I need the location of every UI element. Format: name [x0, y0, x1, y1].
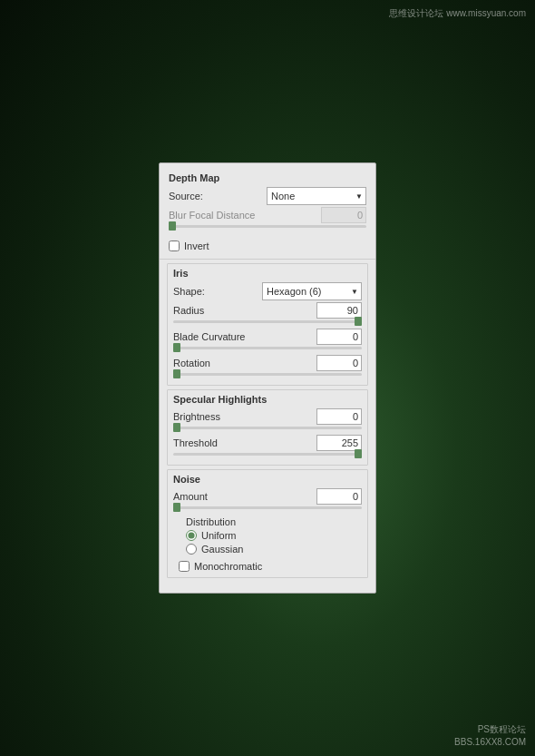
blur-focal-row: Blur Focal Distance [169, 207, 366, 223]
watermark-bottom: PS数程论坛 BBS.16XX8.COM [454, 723, 526, 749]
depth-map-section: Depth Map Source: None Layer Mask Transp… [160, 171, 375, 237]
gaussian-radio[interactable] [186, 544, 197, 555]
noise-section: Noise Amount Distribution Uniform Gaussi… [167, 469, 368, 578]
invert-row: Invert [160, 237, 375, 255]
threshold-slider-thumb[interactable] [355, 449, 362, 458]
noise-title: Noise [173, 474, 362, 485]
blade-curvature-slider-track [173, 347, 362, 349]
brightness-input[interactable] [316, 408, 362, 425]
amount-row: Amount [173, 488, 362, 505]
brightness-row: Brightness [173, 408, 362, 425]
threshold-slider-track [173, 453, 362, 456]
monochromatic-label: Monochromatic [194, 561, 262, 572]
blur-focal-input[interactable] [321, 207, 366, 223]
uniform-row: Uniform [186, 530, 349, 541]
iris-title: Iris [173, 268, 362, 279]
blade-curvature-slider-thumb[interactable] [173, 343, 180, 352]
watermark-top: 思维设计论坛 www.missyuan.com [389, 7, 526, 20]
shape-select-wrapper[interactable]: Triangle (3) Square (4) Pentagon (5) Hex… [262, 282, 362, 300]
rotation-slider-track [173, 373, 362, 376]
rotation-label: Rotation [173, 358, 210, 368]
rotation-slider-thumb[interactable] [173, 369, 180, 378]
invert-checkbox[interactable] [169, 241, 180, 251]
blade-curvature-input[interactable] [316, 329, 362, 345]
monochromatic-checkbox[interactable] [179, 561, 190, 572]
invert-label: Invert [184, 241, 209, 251]
gaussian-label: Gaussian [201, 544, 243, 555]
iris-section: Iris Shape: Triangle (3) Square (4) Pent… [167, 263, 368, 386]
amount-slider-track [173, 506, 362, 509]
blade-curvature-label: Blade Curvature [173, 331, 246, 342]
source-select[interactable]: None Layer Mask Transparency [267, 187, 366, 205]
source-row: Source: None Layer Mask Transparency [169, 187, 366, 205]
blur-focal-label: Blur Focal Distance [169, 210, 255, 221]
divider-1 [160, 259, 375, 260]
depth-map-title: Depth Map [169, 172, 366, 183]
rotation-input[interactable] [316, 355, 362, 371]
brightness-slider-track [173, 427, 362, 429]
rotation-row: Rotation [173, 355, 362, 371]
brightness-slider-thumb[interactable] [173, 423, 180, 432]
radius-row: Radius [173, 302, 362, 319]
watermark-bottom-line2: BBS.16XX8.COM [454, 736, 526, 749]
radius-slider-thumb[interactable] [355, 317, 362, 326]
blade-curvature-row: Blade Curvature [173, 329, 362, 345]
specular-title: Specular Highlights [173, 394, 362, 405]
uniform-radio[interactable] [186, 530, 197, 541]
threshold-label: Threshold [173, 437, 218, 448]
source-label: Source: [169, 191, 203, 201]
shape-row: Shape: Triangle (3) Square (4) Pentagon … [173, 282, 362, 300]
source-select-wrapper[interactable]: None Layer Mask Transparency [267, 187, 366, 205]
amount-label: Amount [173, 491, 208, 502]
amount-input[interactable] [316, 488, 362, 505]
gaussian-row: Gaussian [186, 544, 349, 555]
watermark-bottom-line1: PS数程论坛 [454, 723, 526, 736]
blur-focal-slider-track [169, 225, 366, 228]
amount-slider-thumb[interactable] [173, 503, 180, 512]
brightness-label: Brightness [173, 411, 220, 422]
monochromatic-row: Monochromatic [173, 559, 362, 574]
threshold-row: Threshold [173, 435, 362, 451]
blur-focal-slider-thumb[interactable] [169, 221, 176, 231]
shape-select[interactable]: Triangle (3) Square (4) Pentagon (5) Hex… [262, 282, 362, 300]
lens-blur-panel: Depth Map Source: None Layer Mask Transp… [159, 162, 376, 594]
radius-slider-track [173, 320, 362, 323]
specular-section: Specular Highlights Brightness Threshold [167, 389, 368, 466]
radius-label: Radius [173, 305, 204, 316]
distribution-section: Distribution Uniform Gaussian [173, 515, 362, 559]
uniform-label: Uniform [201, 530, 237, 541]
distribution-title: Distribution [186, 516, 349, 527]
shape-label: Shape: [173, 286, 205, 297]
